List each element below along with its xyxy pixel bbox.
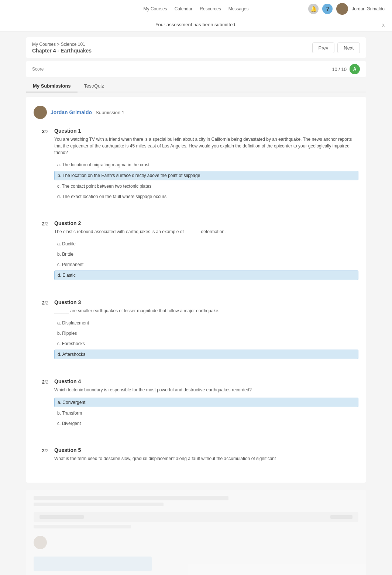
grade-badge: A <box>350 64 360 74</box>
question-block-5: 2/2 Question 5 What is the term used to … <box>34 447 358 474</box>
question-2-title: Question 2 <box>54 220 358 226</box>
nav-link-calendar[interactable]: Calendar <box>175 6 193 11</box>
tab-test-quiz[interactable]: Test/Quiz <box>78 80 111 92</box>
question-1-option-c: c. The contact point between two tectoni… <box>54 182 358 191</box>
student-avatar <box>34 106 47 119</box>
question-4-option-b: b. Transform <box>54 409 358 418</box>
question-2-option-d: d. Elastic <box>54 271 358 280</box>
nav-icons: 🔔 ? Jordan Grimaldo <box>308 3 385 15</box>
student-name: Jordan Grimaldo <box>51 109 92 115</box>
notification-message: Your assessment has been submitted. <box>155 22 237 27</box>
question-3-score: 2/2 <box>34 299 48 361</box>
nav-username[interactable]: Jordan Grimaldo <box>352 6 385 11</box>
question-3-option-c: c. Foreshocks <box>54 339 358 348</box>
question-block-2: 2/2 Question 2 The elastic rebound assoc… <box>34 220 358 289</box>
question-1-option-d: d. The exact location on the fault where… <box>54 192 358 201</box>
nav-link-my-courses[interactable]: My Courses <box>144 6 167 11</box>
next-button[interactable]: Next <box>337 42 360 53</box>
question-2-option-c: c. Permanent <box>54 260 358 269</box>
question-2-score: 2/2 <box>34 220 48 282</box>
question-4-title: Question 4 <box>54 378 358 384</box>
question-5-content: Question 5 What is the term used to desc… <box>54 447 358 466</box>
question-block-4: 2/2 Question 4 Which tectonic boundary i… <box>34 378 358 437</box>
question-2-text: The elastic rebound associated with eart… <box>54 228 358 235</box>
tabs-row: My Submissions Test/Quiz <box>26 80 366 92</box>
prev-button[interactable]: Prev <box>312 42 335 53</box>
question-2-option-b: b. Brittle <box>54 250 358 259</box>
submission-header: Jordan Grimaldo Submission 1 <box>34 103 358 122</box>
tab-my-submissions[interactable]: My Submissions <box>26 80 78 92</box>
page-wrapper: My Courses > Science 101 Chapter 4 - Ear… <box>19 31 373 575</box>
submission-label: Submission 1 <box>96 110 124 115</box>
question-3-title: Question 3 <box>54 299 358 305</box>
score-label: Score <box>32 67 44 72</box>
page-title: Chapter 4 - Earthquakes <box>32 48 92 54</box>
nav-buttons: Prev Next <box>312 42 360 53</box>
question-4-content: Question 4 Which tectonic boundary is re… <box>54 378 358 429</box>
question-2-content: Question 2 The elastic rebound associate… <box>54 220 358 282</box>
question-block-1: 2/2 Question 1 You are watching TV with … <box>34 128 358 210</box>
breadcrumb: My Courses > Science 101 <box>32 42 92 47</box>
question-1-text: You are watching TV with a friend when t… <box>54 136 358 156</box>
close-notification-button[interactable]: x <box>382 22 385 28</box>
question-block-3: 2/2 Question 3 ______ are smaller earthq… <box>34 299 358 368</box>
question-4-option-c: c. Divergent <box>54 419 358 428</box>
question-1-title: Question 1 <box>54 128 358 134</box>
question-1-content: Question 1 You are watching TV with a fr… <box>54 128 358 203</box>
question-4-text: Which tectonic boundary is responsible f… <box>54 387 358 393</box>
question-5-title: Question 5 <box>54 447 358 453</box>
question-3-option-b: b. Ripples <box>54 329 358 338</box>
breadcrumb-section: My Courses > Science 101 Chapter 4 - Ear… <box>26 37 366 58</box>
question-1-option-a: a. The location of migrating magma in th… <box>54 160 358 169</box>
score-text: 10 / 10 <box>332 67 347 72</box>
question-4-score: 2/2 <box>34 378 48 429</box>
question-1-option-b: b. The location on the Earth's surface d… <box>54 171 358 180</box>
question-3-option-a: a. Displacement <box>54 319 358 327</box>
question-2-option-a: a. Ductile <box>54 239 358 248</box>
question-5-text: What is the term used to describe slow, … <box>54 455 358 462</box>
question-3-text: ______ are smaller earthquakes of lesser… <box>54 307 358 314</box>
top-navigation: My Courses Calendar Resources Messages 🔔… <box>0 0 392 18</box>
score-value: 10 / 10 A <box>332 64 360 74</box>
score-row: Score 10 / 10 A <box>26 61 366 77</box>
nav-links: My Courses Calendar Resources Messages <box>144 6 249 11</box>
question-4-option-a: a. Convergent <box>54 398 358 407</box>
question-3-option-d: d. Aftershocks <box>54 350 358 359</box>
bottom-section <box>26 490 366 575</box>
nav-link-resources[interactable]: Resources <box>200 6 221 11</box>
notification-bar: Your assessment has been submitted. x <box>0 18 392 31</box>
question-1-score: 2/2 <box>34 128 48 203</box>
notifications-icon[interactable]: 🔔 <box>308 4 319 14</box>
help-icon[interactable]: ? <box>322 4 333 14</box>
avatar[interactable] <box>336 3 348 15</box>
question-5-score: 2/2 <box>34 447 48 466</box>
nav-link-messages[interactable]: Messages <box>228 6 249 11</box>
question-3-content: Question 3 ______ are smaller earthquake… <box>54 299 358 361</box>
main-content: Jordan Grimaldo Submission 1 2/2 Questio… <box>26 97 366 483</box>
